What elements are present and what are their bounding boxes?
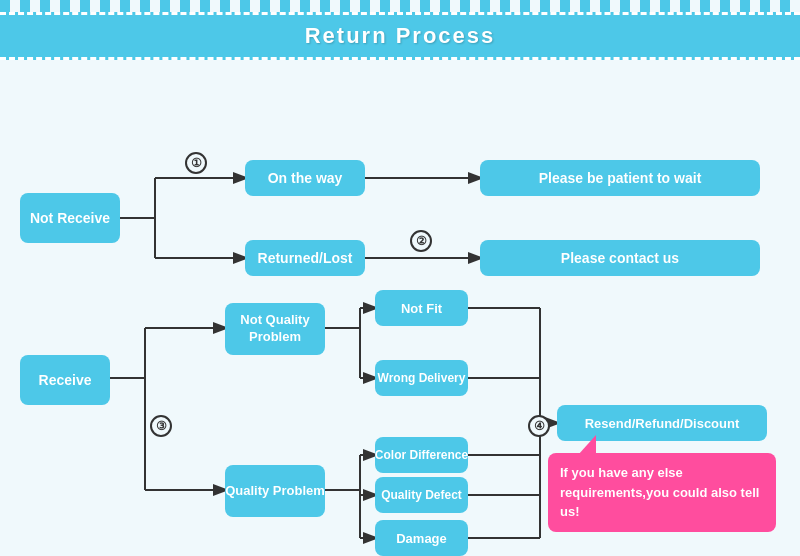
receive-node: Receive (20, 355, 110, 405)
callout-text: If you have any else requirements,you co… (560, 465, 759, 519)
callout-bubble: If you have any else requirements,you co… (548, 453, 776, 532)
quality-defect-node: Quality Defect (375, 477, 468, 513)
not-quality-node: Not Quality Problem (225, 303, 325, 355)
quality-node: Quality Problem (225, 465, 325, 517)
badge-2: ② (410, 230, 432, 252)
not-receive-node: Not Receive (20, 193, 120, 243)
page-header: Return Process (0, 12, 800, 60)
main-content: Not Receive ① On the way Returned/Lost ②… (0, 60, 800, 556)
badge-3: ③ (150, 415, 172, 437)
not-fit-node: Not Fit (375, 290, 468, 326)
please-contact-node: Please contact us (480, 240, 760, 276)
wrong-delivery-node: Wrong Delivery (375, 360, 468, 396)
please-wait-node: Please be patient to wait (480, 160, 760, 196)
damage-node: Damage (375, 520, 468, 556)
page-title: Return Process (305, 23, 496, 48)
badge-1: ① (185, 152, 207, 174)
badge-4: ④ (528, 415, 550, 437)
returned-lost-node: Returned/Lost (245, 240, 365, 276)
on-the-way-node: On the way (245, 160, 365, 196)
color-diff-node: Color Difference (375, 437, 468, 473)
